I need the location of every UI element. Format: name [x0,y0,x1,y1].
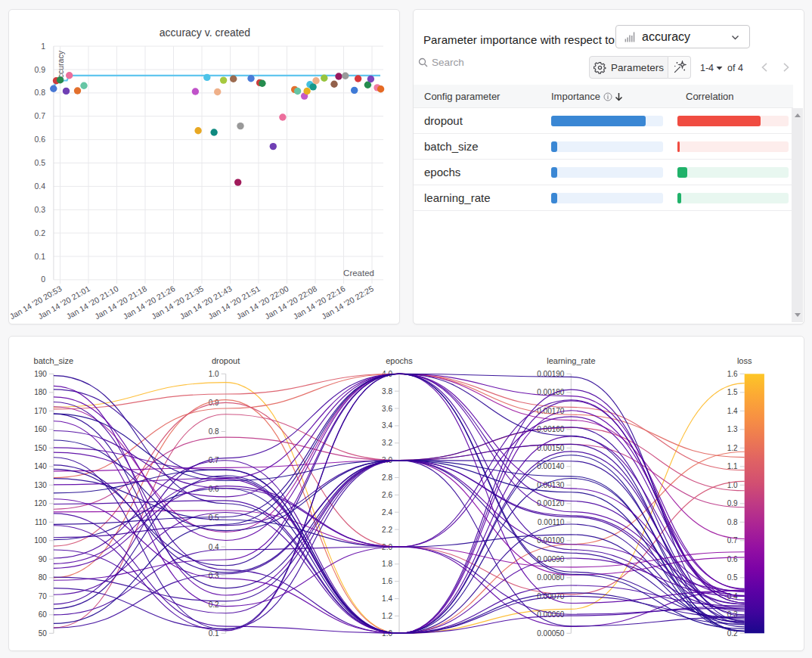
svg-text:0.9: 0.9 [34,65,45,74]
svg-text:0.5: 0.5 [209,514,219,522]
svg-text:60: 60 [39,610,48,619]
svg-text:1.2: 1.2 [382,612,392,620]
svg-text:150: 150 [34,444,47,452]
svg-text:100: 100 [34,536,47,545]
svg-text:170: 170 [34,407,47,415]
svg-text:batch_size: batch_size [34,356,74,365]
svg-text:90: 90 [39,555,48,563]
svg-text:2.8: 2.8 [382,473,392,482]
svg-text:0.9: 0.9 [209,399,219,407]
svg-text:accuracy v. created: accuracy v. created [160,26,250,39]
svg-text:1.3: 1.3 [727,425,738,433]
svg-text:2.6: 2.6 [382,491,392,499]
svg-text:80: 80 [39,573,48,582]
svg-text:0.8: 0.8 [727,518,738,526]
svg-text:0.4: 0.4 [34,182,45,191]
svg-text:0.00050: 0.00050 [537,629,565,638]
svg-text:110: 110 [35,518,47,526]
svg-text:2.4: 2.4 [382,508,392,517]
svg-text:0.00080: 0.00080 [537,573,565,582]
svg-text:50: 50 [39,629,48,638]
svg-text:1.5: 1.5 [727,388,738,396]
svg-text:1.2: 1.2 [727,444,738,452]
svg-text:3.2: 3.2 [382,439,392,447]
svg-text:1: 1 [41,42,45,51]
svg-text:0: 0 [41,275,45,284]
svg-text:190: 190 [34,370,47,378]
svg-text:2.2: 2.2 [382,526,392,534]
svg-text:1.6: 1.6 [382,577,392,585]
svg-text:3.4: 3.4 [382,421,392,430]
svg-text:0.2: 0.2 [34,228,45,237]
svg-text:Created: Created [343,268,374,278]
svg-text:0.5: 0.5 [34,158,45,167]
svg-text:1.8: 1.8 [382,560,392,568]
svg-text:180: 180 [34,388,47,396]
svg-text:1.4: 1.4 [727,407,738,415]
svg-text:dropout: dropout [212,356,240,365]
svg-text:1.0: 1.0 [209,370,219,378]
svg-text:1.6: 1.6 [727,370,738,378]
svg-text:70: 70 [39,592,48,601]
svg-text:0.8: 0.8 [209,427,219,436]
svg-text:loss: loss [737,356,752,365]
svg-text:1.4: 1.4 [382,594,392,603]
svg-text:epochs: epochs [386,356,413,365]
svg-text:0.1: 0.1 [34,252,45,261]
svg-text:learning_rate: learning_rate [547,356,595,365]
svg-text:0.6: 0.6 [34,135,45,144]
svg-text:140: 140 [34,462,47,470]
svg-text:0.5: 0.5 [727,573,738,582]
svg-text:3.6: 3.6 [382,405,392,413]
svg-text:0.7: 0.7 [34,111,45,120]
svg-text:0.8: 0.8 [34,88,45,97]
svg-text:160: 160 [34,425,47,433]
svg-text:0.7: 0.7 [209,456,219,464]
svg-text:3.8: 3.8 [382,387,392,396]
svg-text:120: 120 [34,499,47,507]
svg-text:0.6: 0.6 [727,555,738,563]
svg-text:130: 130 [34,481,47,489]
svg-text:0.3: 0.3 [34,205,45,214]
